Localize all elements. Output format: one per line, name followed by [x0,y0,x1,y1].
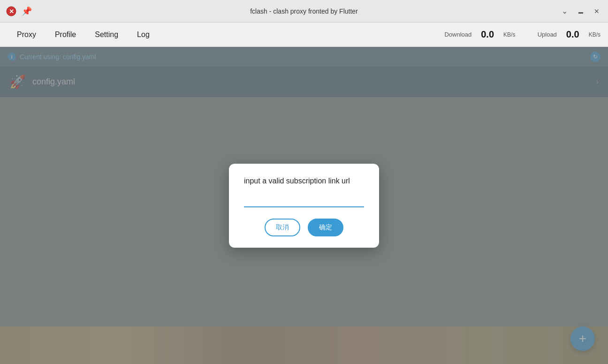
upload-unit: KB/s [589,31,600,38]
app-icon: ✕ [6,6,17,17]
nav-items: Proxy Profile Setting Log [8,25,444,45]
nav-profile[interactable]: Profile [46,25,85,45]
nav-setting[interactable]: Setting [85,25,128,45]
dialog-input-wrapper [244,195,364,207]
download-value: 0.0 [481,29,494,40]
title-bar: ✕ 📌 fclash - clash proxy fronted by Flut… [0,0,608,23]
nav-stats: Download 0.0 KB/s Upload 0.0 KB/s [444,29,600,40]
minimize-button[interactable]: 🗕 [574,5,587,17]
dialog-buttons: 取消 确定 [244,219,364,236]
close-button[interactable]: ✕ [591,6,602,17]
download-label: Download [444,31,471,38]
dialog: input a valid subscription link url 取消 确… [229,164,379,248]
main-content: i Current using: config.yaml ↻ 🚀 config.… [0,47,608,364]
window-controls: ⌄ 🗕 ✕ [559,5,602,17]
svg-text:✕: ✕ [9,8,14,15]
nav-bar: Proxy Profile Setting Log Download 0.0 K… [0,23,608,47]
dialog-overlay: input a valid subscription link url 取消 确… [0,47,608,364]
pin-icon: 📌 [22,6,32,16]
dialog-title: input a valid subscription link url [244,177,364,185]
upload-value: 0.0 [566,29,579,40]
dropdown-button[interactable]: ⌄ [559,5,570,17]
confirm-button[interactable]: 确定 [308,219,343,236]
subscription-url-input[interactable] [244,195,364,206]
title-bar-left: ✕ 📌 [6,6,32,17]
upload-label: Upload [538,31,557,38]
cancel-button[interactable]: 取消 [265,219,300,236]
nav-proxy[interactable]: Proxy [8,25,46,45]
nav-log[interactable]: Log [128,25,159,45]
window-title: fclash - clash proxy fronted by Flutter [250,8,358,15]
download-unit: KB/s [503,31,515,38]
